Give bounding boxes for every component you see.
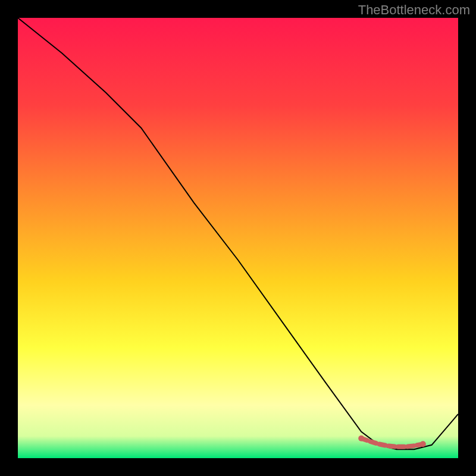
source-label: TheBottleneck.com [358, 2, 470, 18]
marker-dot [420, 441, 426, 447]
chart-svg [18, 18, 458, 458]
chart-frame: TheBottleneck.com [0, 0, 476, 476]
gradient-background [18, 18, 458, 458]
plot-area [18, 18, 458, 458]
marker-dot [358, 436, 364, 441]
